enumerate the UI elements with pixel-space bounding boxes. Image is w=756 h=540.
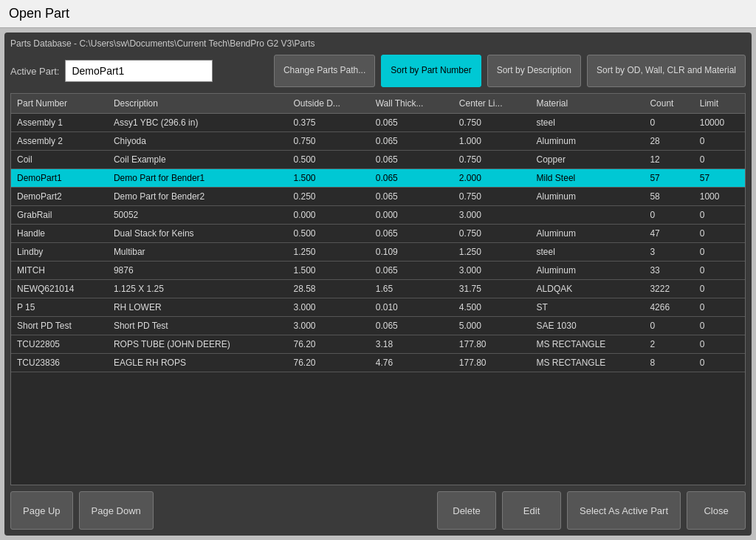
cell-outside_d: 0.750 — [288, 132, 370, 151]
cell-outside_d: 0.375 — [288, 114, 370, 132]
main-container: Parts Database - C:\Users\sw\Documents\C… — [4, 33, 752, 536]
cell-limit: 1000 — [694, 188, 745, 206]
cell-material — [531, 206, 645, 225]
table-row[interactable]: HandleDual Stack for Keins0.5000.0650.75… — [11, 225, 745, 243]
cell-limit: 0 — [694, 243, 745, 262]
cell-description: Demo Part for Bender2 — [108, 188, 288, 206]
cell-description: Short PD Test — [108, 317, 288, 335]
cell-limit: 0 — [694, 354, 745, 372]
table-row[interactable]: Assembly 1Assy1 YBC (296.6 in)0.3750.065… — [11, 114, 745, 132]
table-row[interactable]: DemoPart2Demo Part for Bender20.2500.065… — [11, 188, 745, 206]
cell-description: Coil Example — [108, 151, 288, 169]
cell-part_number: NEWQ621014 — [11, 280, 108, 298]
table-row[interactable]: Assembly 2Chiyoda0.7500.0651.000Aluminum… — [11, 132, 745, 151]
cell-wall_thick: 0.065 — [370, 225, 453, 243]
delete-button[interactable]: Delete — [437, 491, 496, 530]
cell-outside_d: 0.250 — [288, 188, 370, 206]
cell-part_number: TCU23836 — [11, 354, 108, 372]
cell-count: 4266 — [644, 298, 693, 317]
table-header-row: Part Number Description Outside D... Wal… — [11, 94, 745, 114]
cell-center_li: 177.80 — [453, 354, 531, 372]
cell-description: ROPS TUBE (JOHN DEERE) — [108, 335, 288, 354]
page-down-button[interactable]: Page Down — [79, 491, 154, 530]
sort-by-od-button[interactable]: Sort by OD, Wall, CLR and Material — [587, 55, 746, 87]
cell-outside_d: 1.500 — [288, 262, 370, 280]
cell-material: Aluminum — [531, 132, 645, 151]
sort-by-part-number-button[interactable]: Sort by Part Number — [381, 55, 481, 87]
cell-wall_thick: 3.18 — [370, 335, 453, 354]
cell-description: Demo Part for Bender1 — [108, 169, 288, 188]
cell-limit: 0 — [694, 225, 745, 243]
cell-center_li: 0.750 — [453, 151, 531, 169]
footer-buttons: Page Up Page Down Delete Edit Select As … — [10, 485, 746, 530]
cell-part_number: DemoPart1 — [11, 169, 108, 188]
cell-part_number: DemoPart2 — [11, 188, 108, 206]
cell-limit: 0 — [694, 298, 745, 317]
table-body: Assembly 1Assy1 YBC (296.6 in)0.3750.065… — [11, 114, 745, 372]
cell-description: Chiyoda — [108, 132, 288, 151]
active-part-input[interactable] — [65, 60, 213, 82]
col-center-li: Center Li... — [453, 94, 531, 114]
cell-material: MS RECTANGLE — [531, 335, 645, 354]
cell-count: 47 — [644, 225, 693, 243]
cell-part_number: Short PD Test — [11, 317, 108, 335]
col-wall-thick: Wall Thick... — [370, 94, 453, 114]
table-row[interactable]: MITCH98761.5000.0653.000Aluminum330 — [11, 262, 745, 280]
cell-center_li: 3.000 — [453, 262, 531, 280]
sort-by-description-button[interactable]: Sort by Description — [487, 55, 581, 87]
table-row[interactable]: CoilCoil Example0.5000.0650.750Copper120 — [11, 151, 745, 169]
cell-limit: 0 — [694, 151, 745, 169]
cell-limit: 0 — [694, 280, 745, 298]
cell-wall_thick: 0.065 — [370, 169, 453, 188]
cell-count: 0 — [644, 114, 693, 132]
toolbar: Active Part: Change Parts Path... Sort b… — [10, 55, 746, 87]
cell-limit: 57 — [694, 169, 745, 188]
col-material: Material — [531, 94, 645, 114]
cell-outside_d: 76.20 — [288, 335, 370, 354]
cell-part_number: Assembly 2 — [11, 132, 108, 151]
cell-material: Aluminum — [531, 262, 645, 280]
cell-outside_d: 0.500 — [288, 151, 370, 169]
table-row[interactable]: P 15RH LOWER3.0000.0104.500ST42660 — [11, 298, 745, 317]
table-row[interactable]: LindbyMultibar1.2500.1091.250steel30 — [11, 243, 745, 262]
change-parts-path-button[interactable]: Change Parts Path... — [274, 55, 375, 87]
col-description: Description — [108, 94, 288, 114]
close-button[interactable]: Close — [687, 491, 746, 530]
cell-description: 1.125 X 1.25 — [108, 280, 288, 298]
cell-material: steel — [531, 114, 645, 132]
cell-outside_d: 28.58 — [288, 280, 370, 298]
cell-part_number: MITCH — [11, 262, 108, 280]
table-row[interactable]: Short PD TestShort PD Test3.0000.0655.00… — [11, 317, 745, 335]
cell-wall_thick: 0.065 — [370, 188, 453, 206]
cell-limit: 10000 — [694, 114, 745, 132]
col-limit: Limit — [694, 94, 745, 114]
cell-count: 0 — [644, 317, 693, 335]
cell-part_number: Coil — [11, 151, 108, 169]
cell-part_number: GrabRail — [11, 206, 108, 225]
cell-description: 50052 — [108, 206, 288, 225]
cell-center_li: 2.000 — [453, 169, 531, 188]
cell-limit: 0 — [694, 262, 745, 280]
cell-center_li: 31.75 — [453, 280, 531, 298]
parts-table-container: Part Number Description Outside D... Wal… — [10, 93, 746, 485]
select-as-active-part-button[interactable]: Select As Active Part — [567, 491, 681, 530]
page-up-button[interactable]: Page Up — [10, 491, 73, 530]
table-row[interactable]: TCU23836EAGLE RH ROPS76.204.76177.80MS R… — [11, 354, 745, 372]
cell-material: Mild Steel — [531, 169, 645, 188]
table-row[interactable]: NEWQ6210141.125 X 1.2528.581.6531.75ALDQ… — [11, 280, 745, 298]
table-row[interactable]: DemoPart1Demo Part for Bender11.5000.065… — [11, 169, 745, 188]
edit-button[interactable]: Edit — [502, 491, 561, 530]
table-row[interactable]: TCU22805ROPS TUBE (JOHN DEERE)76.203.181… — [11, 335, 745, 354]
cell-count: 3222 — [644, 280, 693, 298]
table-row[interactable]: GrabRail500520.0000.0003.00000 — [11, 206, 745, 225]
cell-material: MS RECTANGLE — [531, 354, 645, 372]
cell-material: steel — [531, 243, 645, 262]
cell-count: 2 — [644, 335, 693, 354]
cell-part_number: P 15 — [11, 298, 108, 317]
window-title: Open Part — [9, 6, 69, 21]
col-outside-d: Outside D... — [288, 94, 370, 114]
cell-center_li: 1.000 — [453, 132, 531, 151]
cell-center_li: 5.000 — [453, 317, 531, 335]
cell-wall_thick: 0.065 — [370, 132, 453, 151]
cell-outside_d: 0.000 — [288, 206, 370, 225]
